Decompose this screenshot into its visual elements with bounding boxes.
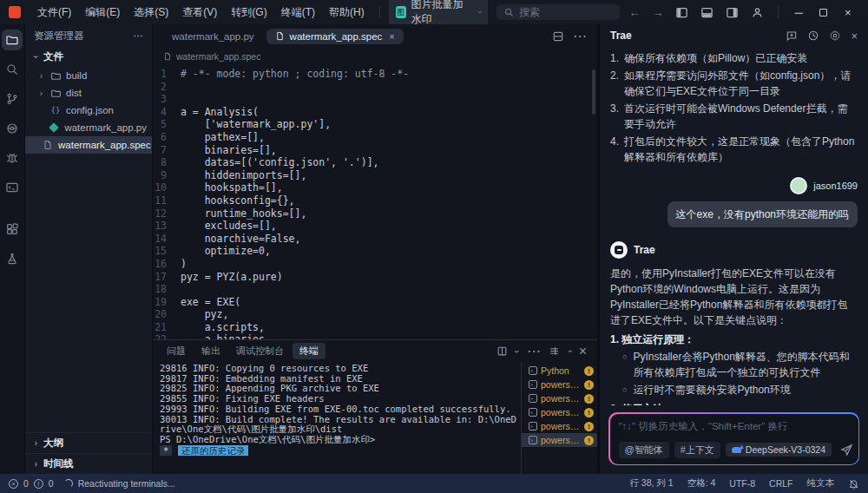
terminal-session-powershell[interactable]: >_ powershell ! — [522, 419, 597, 433]
folder-icon — [49, 88, 62, 99]
terminal-more-icon[interactable]: ⋯ — [527, 343, 541, 359]
window-maximize-button[interactable] — [812, 6, 835, 19]
error-count[interactable]: 0 — [23, 478, 29, 489]
agent-chip[interactable]: @智能体 — [619, 442, 669, 458]
status-message: Reactivating terminals... — [78, 478, 175, 489]
editor-scrollbar[interactable] — [592, 69, 595, 115]
send-icon[interactable] — [840, 444, 853, 457]
close-panel-icon[interactable]: × — [579, 344, 587, 359]
editor-tab-bar: watermark_app.py watermark_app.spec × ⋯ — [153, 24, 597, 48]
bot-answer: 是的，使用PyInstaller打包的EXE文件可以在没有Python环境的Wi… — [610, 266, 858, 405]
terminal-session-powershell[interactable]: >_ powershell ! — [522, 378, 597, 391]
language-mode[interactable]: 纯文本 — [807, 477, 835, 490]
menu-terminal[interactable]: 终端(T) — [275, 3, 321, 22]
live-preview-icon[interactable] — [2, 177, 23, 198]
maximize-panel-icon[interactable]: › — [564, 350, 575, 353]
notifications-bell-icon[interactable] — [848, 478, 859, 490]
file-row-build[interactable]: › build — [25, 67, 152, 84]
answer-section-heading: 1. 独立运行原理： — [610, 332, 858, 347]
terminal-session-python[interactable]: >_ Python ! — [522, 364, 597, 378]
answer-intro: 是的，使用PyInstaller打包的EXE文件可以在没有Python环境的Wi… — [610, 266, 858, 328]
warning-count[interactable]: 0 — [49, 478, 54, 489]
model-selector[interactable]: DeepSeek-V3-0324 — [726, 443, 832, 457]
global-search-input[interactable]: 搜索 — [496, 4, 620, 20]
editor-more-icon[interactable]: ⋯ — [573, 28, 587, 44]
tab-debug-console[interactable]: 调试控制台 — [229, 343, 291, 359]
outline-section-header[interactable]: › 大纲 — [25, 432, 152, 453]
explorer-title: 资源管理器 — [34, 30, 84, 43]
terminal-session-powershell[interactable]: >_ powershell ! — [522, 405, 597, 419]
search-sidebar-icon[interactable] — [2, 59, 23, 80]
indentation[interactable]: 空格: 4 — [687, 477, 716, 490]
chevron-down-icon: › — [31, 53, 41, 61]
terminal-session-powershell[interactable]: >_ powershell ! — [522, 391, 597, 405]
cursor-position[interactable]: 行 38, 列 1 — [629, 477, 673, 490]
encoding[interactable]: UTF-8 — [729, 478, 755, 489]
menu-selection[interactable]: 选择(S) — [128, 3, 174, 22]
tab-close-icon[interactable]: × — [389, 31, 394, 42]
run-debug-icon[interactable] — [2, 148, 23, 168]
menu-help[interactable]: 帮助(H) — [323, 3, 371, 22]
chat-header: Trae × — [600, 24, 868, 47]
explorer-icon[interactable] — [2, 30, 23, 50]
tab-output[interactable]: 输出 — [194, 343, 227, 359]
bot-message-header: Trae — [610, 241, 858, 259]
close-chat-icon[interactable]: × — [851, 30, 858, 43]
tab-watermark-app-spec[interactable]: watermark_app.spec × — [266, 29, 404, 44]
python-file-icon — [48, 124, 60, 131]
tab-watermark-app-py[interactable]: watermark_app.py — [158, 29, 263, 44]
terminal-views-icon[interactable] — [549, 345, 560, 357]
window-close-button[interactable]: × — [837, 6, 859, 19]
source-control-icon[interactable] — [2, 89, 23, 109]
settings-gear-icon[interactable] — [829, 30, 841, 42]
project-name: 图片批量加水印 — [411, 0, 474, 27]
terminal-output[interactable]: 29816 INFO: Copying 0 resources to EXE 2… — [153, 362, 521, 474]
file-row-watermark-app-py[interactable]: watermark_app.py — [25, 119, 152, 136]
session-name: powershell — [541, 379, 581, 390]
chat-input[interactable] — [619, 421, 850, 431]
warnings-icon[interactable]: ! — [34, 479, 43, 489]
remote-explorer-icon[interactable] — [2, 118, 23, 139]
new-chat-icon[interactable] — [786, 30, 798, 42]
window-minimize-button[interactable]: ─ — [787, 6, 810, 19]
launch-profile-chevron-icon[interactable]: › — [512, 350, 523, 353]
eol-sequence[interactable]: CRLF — [769, 478, 792, 489]
status-bar: × 0 ! 0 Reactivating terminals... 行 38, … — [0, 474, 868, 493]
extensions-icon[interactable] — [2, 219, 23, 240]
menu-edit[interactable]: 编辑(E) — [79, 3, 126, 22]
terminal-panel: 问题 输出 调试控制台 终端 › ⋯ › × 29816 INFO — [153, 339, 597, 474]
files-section-header[interactable]: › 文件 — [25, 47, 152, 67]
split-terminal-icon[interactable] — [496, 345, 508, 357]
code-editor[interactable]: 1# -*- mode: python ; coding: utf-8 -*- … — [153, 64, 597, 339]
bot-avatar — [610, 241, 628, 259]
tab-terminal[interactable]: 终端 — [293, 343, 326, 359]
errors-icon[interactable]: × — [9, 479, 18, 489]
terminal-session-powershell-active[interactable]: >_ powershell ! — [522, 433, 597, 447]
history-icon[interactable] — [807, 30, 819, 42]
nav-forward-icon[interactable]: → — [647, 6, 668, 19]
explorer-more-icon[interactable]: ⋯ — [134, 30, 144, 42]
file-row-config-json[interactable]: {} config.json — [25, 102, 152, 119]
toggle-left-sidebar-icon[interactable] — [675, 5, 688, 19]
chat-messages[interactable]: 1.确保所有依赖项（如Pillow）已正确安装 2.如果程序需要访问外部文件（如… — [600, 47, 868, 405]
chat-title: Trae — [610, 30, 632, 42]
nav-back-icon[interactable]: ← — [623, 6, 645, 19]
menu-go[interactable]: 转到(G) — [225, 3, 273, 22]
menu-view[interactable]: 查看(V) — [176, 3, 223, 22]
user-avatar — [790, 177, 807, 194]
tab-problems[interactable]: 问题 — [160, 343, 193, 359]
toggle-right-sidebar-icon[interactable] — [726, 5, 739, 19]
account-icon[interactable] — [751, 5, 764, 19]
file-icon — [163, 52, 172, 61]
toggle-bottom-panel-icon[interactable] — [700, 5, 713, 19]
breadcrumb[interactable]: watermark_app.spec — [153, 48, 597, 64]
terminal-icon: >_ — [529, 394, 537, 403]
file-row-watermark-app-spec[interactable]: watermark_app.spec — [25, 136, 152, 154]
file-row-dist[interactable]: › dist — [25, 84, 152, 102]
context-chip[interactable]: #上下文 — [674, 442, 720, 458]
menu-file[interactable]: 文件(F) — [31, 3, 77, 22]
timeline-section-header[interactable]: › 时间线 — [25, 453, 152, 474]
split-editor-icon[interactable] — [552, 30, 564, 43]
testing-icon[interactable] — [2, 248, 23, 269]
terminal-line: 29993 INFO: Building EXE from EXE-00.toc… — [160, 404, 517, 415]
